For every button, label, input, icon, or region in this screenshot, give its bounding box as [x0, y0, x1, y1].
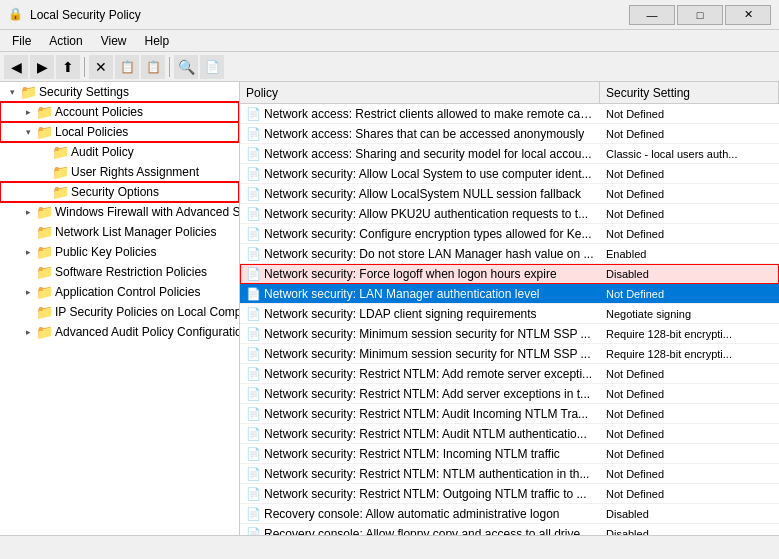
tree-item-account-policies[interactable]: ▸📁Account Policies [0, 102, 239, 122]
policy-text: Network security: LDAP client signing re… [264, 307, 537, 321]
expand-icon-windows-firewall[interactable]: ▸ [20, 204, 36, 220]
list-row[interactable]: 📄Network access: Restrict clients allowe… [240, 104, 779, 124]
policy-text: Network security: Allow Local System to … [264, 167, 591, 181]
list-row[interactable]: 📄Network security: Restrict NTLM: Audit … [240, 424, 779, 444]
list-row[interactable]: 📄Network security: Restrict NTLM: Audit … [240, 404, 779, 424]
row-policy-icon: 📄 [246, 287, 260, 301]
list-row[interactable]: 📄Network security: Allow LocalSystem NUL… [240, 184, 779, 204]
row-policy-icon: 📄 [246, 107, 260, 121]
expand-icon-audit-policy[interactable] [36, 144, 52, 160]
expand-icon-advanced-audit[interactable]: ▸ [20, 324, 36, 340]
policy-text: Network security: Restrict NTLM: Add ser… [264, 387, 590, 401]
properties-button[interactable]: 📋 [115, 55, 139, 79]
tree-label-public-key: Public Key Policies [55, 245, 156, 259]
list-row[interactable]: 📄Network access: Shares that can be acce… [240, 124, 779, 144]
list-row[interactable]: 📄Network security: Restrict NTLM: Add se… [240, 384, 779, 404]
list-row[interactable]: 📄Network security: Do not store LAN Mana… [240, 244, 779, 264]
policy-text: Recovery console: Allow floppy copy and … [264, 527, 594, 536]
menu-bar: File Action View Help [0, 30, 779, 52]
expand-icon-user-rights[interactable] [36, 164, 52, 180]
forward-button[interactable]: ▶ [30, 55, 54, 79]
list-row[interactable]: 📄Network security: Configure encryption … [240, 224, 779, 244]
row-policy-icon: 📄 [246, 527, 260, 536]
list-row[interactable]: 📄Network security: LAN Manager authentic… [240, 284, 779, 304]
list-row[interactable]: 📄Network security: Allow PKU2U authentic… [240, 204, 779, 224]
list-row[interactable]: 📄Recovery console: Allow floppy copy and… [240, 524, 779, 535]
setting-cell: Disabled [600, 267, 779, 281]
list-row[interactable]: 📄Recovery console: Allow automatic admin… [240, 504, 779, 524]
folder-icon-account-policies: 📁 [36, 104, 52, 120]
list-row[interactable]: 📄Network security: Restrict NTLM: NTLM a… [240, 464, 779, 484]
policy-text: Network security: Minimum session securi… [264, 327, 591, 341]
tree-item-network-list[interactable]: 📁Network List Manager Policies [0, 222, 239, 242]
list-body[interactable]: 📄Network access: Restrict clients allowe… [240, 104, 779, 535]
tree-item-software-restriction[interactable]: 📁Software Restriction Policies [0, 262, 239, 282]
expand-icon-application-control[interactable]: ▸ [20, 284, 36, 300]
list-row[interactable]: 📄Network security: Restrict NTLM: Incomi… [240, 444, 779, 464]
app-icon: 🔒 [8, 7, 24, 23]
row-policy-icon: 📄 [246, 147, 260, 161]
list-row[interactable]: 📄Network security: Restrict NTLM: Add re… [240, 364, 779, 384]
maximize-button[interactable]: □ [677, 5, 723, 25]
policy-cell: 📄Network security: Allow Local System to… [240, 166, 600, 182]
expand-icon-local-policies[interactable]: ▾ [20, 124, 36, 140]
list-row[interactable]: 📄Network security: Allow Local System to… [240, 164, 779, 184]
policy-cell: 📄Network access: Sharing and security mo… [240, 146, 600, 162]
policy-cell: 📄Recovery console: Allow automatic admin… [240, 506, 600, 522]
close-button[interactable]: ✕ [725, 5, 771, 25]
tree-label-ip-security: IP Security Policies on Local Compute... [55, 305, 240, 319]
delete-button[interactable]: ✕ [89, 55, 113, 79]
row-policy-icon: 📄 [246, 347, 260, 361]
tree-item-application-control[interactable]: ▸📁Application Control Policies [0, 282, 239, 302]
row-policy-icon: 📄 [246, 367, 260, 381]
copy-button[interactable]: 📋 [141, 55, 165, 79]
tree-item-security-settings[interactable]: ▾📁Security Settings [0, 82, 239, 102]
title-bar-left: 🔒 Local Security Policy [8, 7, 141, 23]
tree-item-windows-firewall[interactable]: ▸📁Windows Firewall with Advanced Secu... [0, 202, 239, 222]
column-header-setting[interactable]: Security Setting [600, 82, 779, 103]
new-button[interactable]: 📄 [200, 55, 224, 79]
menu-action[interactable]: Action [41, 32, 90, 50]
menu-view[interactable]: View [93, 32, 135, 50]
tree-label-local-policies: Local Policies [55, 125, 128, 139]
expand-icon-ip-security[interactable] [20, 304, 36, 320]
setting-cell: Not Defined [600, 487, 779, 501]
column-header-policy[interactable]: Policy [240, 82, 600, 103]
menu-file[interactable]: File [4, 32, 39, 50]
list-row[interactable]: 📄Network security: Minimum session secur… [240, 344, 779, 364]
minimize-button[interactable]: — [629, 5, 675, 25]
tree-item-public-key[interactable]: ▸📁Public Key Policies [0, 242, 239, 262]
setting-cell: Enabled [600, 247, 779, 261]
expand-icon-security-options[interactable] [36, 184, 52, 200]
policy-text: Network security: Allow PKU2U authentica… [264, 207, 588, 221]
policy-text: Network security: Restrict NTLM: Audit N… [264, 427, 587, 441]
back-button[interactable]: ◀ [4, 55, 28, 79]
tree-item-security-options[interactable]: 📁Security Options [0, 182, 239, 202]
expand-icon-account-policies[interactable]: ▸ [20, 104, 36, 120]
expand-icon-software-restriction[interactable] [20, 264, 36, 280]
folder-icon-software-restriction: 📁 [36, 264, 52, 280]
list-row[interactable]: 📄Network security: LDAP client signing r… [240, 304, 779, 324]
policy-text: Network security: Restrict NTLM: Add rem… [264, 367, 592, 381]
tree-item-user-rights[interactable]: 📁User Rights Assignment [0, 162, 239, 182]
folder-icon-network-list: 📁 [36, 224, 52, 240]
list-row[interactable]: 📄Network access: Sharing and security mo… [240, 144, 779, 164]
tree-item-advanced-audit[interactable]: ▸📁Advanced Audit Policy Configuration [0, 322, 239, 342]
expand-icon-network-list[interactable] [20, 224, 36, 240]
policy-text: Network security: Restrict NTLM: Incomin… [264, 447, 560, 461]
search-button[interactable]: 🔍 [174, 55, 198, 79]
up-button[interactable]: ⬆ [56, 55, 80, 79]
setting-cell: Not Defined [600, 367, 779, 381]
tree-label-advanced-audit: Advanced Audit Policy Configuration [55, 325, 240, 339]
tree-item-audit-policy[interactable]: 📁Audit Policy [0, 142, 239, 162]
folder-icon-application-control: 📁 [36, 284, 52, 300]
list-row[interactable]: 📄Network security: Restrict NTLM: Outgoi… [240, 484, 779, 504]
menu-help[interactable]: Help [137, 32, 178, 50]
list-row[interactable]: 📄Network security: Force logoff when log… [240, 264, 779, 284]
tree-item-ip-security[interactable]: 📁IP Security Policies on Local Compute..… [0, 302, 239, 322]
expand-icon-security-settings[interactable]: ▾ [4, 84, 20, 100]
list-row[interactable]: 📄Network security: Minimum session secur… [240, 324, 779, 344]
expand-icon-public-key[interactable]: ▸ [20, 244, 36, 260]
tree-item-local-policies[interactable]: ▾📁Local Policies [0, 122, 239, 142]
folder-icon-public-key: 📁 [36, 244, 52, 260]
